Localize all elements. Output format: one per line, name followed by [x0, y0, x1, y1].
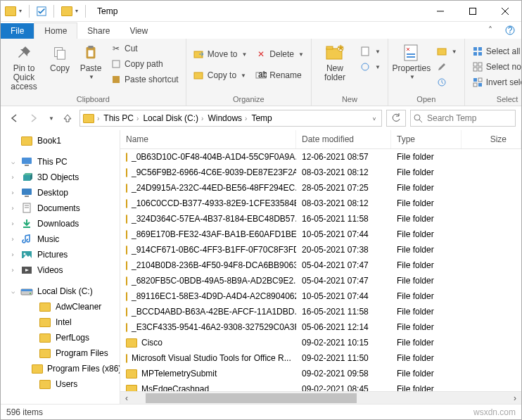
copy-to-button[interactable]: Copy to▼: [191, 68, 250, 82]
new-item-button[interactable]: ▼: [357, 44, 383, 58]
tree-caret-icon[interactable]: ›: [9, 189, 16, 196]
select-none-button[interactable]: Select none: [469, 60, 522, 74]
recent-locations-button[interactable]: ▼: [46, 110, 56, 126]
tree-item[interactable]: ›Videos: [1, 262, 120, 278]
table-row[interactable]: _869E170B-FE32-43AF-BA1B-E60AFD1BE3...10…: [120, 227, 521, 242]
search-box[interactable]: Search Temp: [410, 110, 516, 127]
open-button[interactable]: ▼: [433, 44, 460, 58]
move-to-button[interactable]: Move to▼: [191, 47, 250, 61]
new-folder-button[interactable]: ★ New folder: [316, 40, 354, 82]
svg-rect-47: [25, 196, 29, 197]
horizontal-scrollbar[interactable]: ‹ ›: [120, 391, 521, 404]
tree-caret-icon[interactable]: ›: [9, 205, 16, 212]
edit-button[interactable]: [433, 60, 460, 74]
column-header-type[interactable]: Type: [391, 130, 461, 148]
table-row[interactable]: _0B63D10C-0F48-404B-A1D4-55C9F0A9A...12-…: [120, 149, 521, 165]
tree-item[interactable]: ›Pictures: [1, 247, 120, 262]
qat-dropdown-icon[interactable]: ▾: [75, 8, 78, 14]
table-row[interactable]: Cisco09-02-2021 10:15File folder: [120, 335, 521, 350]
tree-item[interactable]: ›Downloads: [1, 216, 120, 231]
easy-access-button[interactable]: ▼: [357, 60, 383, 74]
ribbon-collapse-button[interactable]: ˄: [482, 22, 499, 39]
table-row[interactable]: _9C56F9B2-6966-4C6E-9039-DE87E23F2A...08…: [120, 165, 521, 180]
tree-item[interactable]: ⌵Local Disk (C:): [1, 284, 120, 299]
tree-item[interactable]: Program Files (x86): [1, 361, 120, 376]
copy-button[interactable]: Copy: [46, 40, 74, 73]
tree-item[interactable]: PerfLogs: [1, 330, 120, 345]
breadcrumb-segment[interactable]: Local Disk (C:)›: [141, 113, 205, 123]
scroll-thumb[interactable]: [146, 393, 357, 403]
file-rows[interactable]: _0B63D10C-0F48-404B-A1D4-55C9F0A9A...12-…: [120, 149, 521, 391]
navigation-tree[interactable]: Book1⌵This PC›3D Objects›Desktop›Documen…: [1, 130, 120, 404]
help-button[interactable]: ?: [502, 22, 518, 39]
file-type: File folder: [391, 229, 461, 239]
close-button[interactable]: [489, 1, 521, 22]
tree-item[interactable]: Program Files: [1, 345, 120, 361]
scroll-right-icon[interactable]: ›: [509, 393, 521, 403]
tree-caret-icon[interactable]: ›: [9, 220, 16, 227]
tree-caret-icon[interactable]: ⌵: [9, 288, 16, 295]
breadcrumb-segment[interactable]: Temp: [250, 113, 273, 123]
column-header-date[interactable]: Date modified: [296, 130, 391, 148]
column-header-size[interactable]: Size: [461, 130, 521, 148]
tree-item[interactable]: Book1: [1, 133, 120, 148]
table-row[interactable]: _BCCD4ABD-B63A-42BE-AFCF-11A1DBD...16-05…: [120, 304, 521, 319]
table-row[interactable]: _106C0CCD-B377-4933-82E9-1CFE33584E...08…: [120, 196, 521, 211]
maximize-button[interactable]: [457, 1, 489, 22]
tree-item[interactable]: ›Desktop: [1, 185, 120, 201]
copy-path-button[interactable]: Copy path: [108, 57, 182, 71]
forward-button[interactable]: [26, 110, 42, 126]
minimize-button[interactable]: [424, 1, 457, 22]
pin-to-quick-access-button[interactable]: Pin to Quick access: [5, 40, 43, 92]
table-row[interactable]: Microsoft Visual Studio Tools for Office…: [120, 350, 521, 366]
tree-item[interactable]: Intel: [1, 314, 120, 330]
breadcrumb-segment[interactable]: This PC›: [102, 113, 140, 123]
scroll-left-icon[interactable]: ‹: [120, 393, 133, 403]
checkbox-icon[interactable]: [37, 6, 46, 16]
table-row[interactable]: _24D9915A-232C-44ED-BE56-48FF294EC...28-…: [120, 180, 521, 196]
table-row[interactable]: MsEdgeCrashpad09-02-2021 08:45File folde…: [120, 381, 521, 391]
tree-item[interactable]: AdwCleaner: [1, 299, 120, 314]
breadcrumb-segment[interactable]: Windows›: [206, 113, 248, 123]
tab-home[interactable]: Home: [34, 23, 77, 39]
table-row[interactable]: _324D364C-57EA-4B37-8184-EBC48DB57...16-…: [120, 211, 521, 227]
tree-item[interactable]: Users: [1, 376, 120, 392]
up-button[interactable]: [60, 110, 75, 126]
address-dropdown-icon[interactable]: v: [373, 115, 376, 122]
rename-button[interactable]: abRename: [253, 68, 307, 82]
chevron-right-icon[interactable]: ›: [97, 115, 99, 122]
tree-item[interactable]: ›Documents: [1, 201, 120, 216]
invert-selection-button[interactable]: Invert selection: [469, 75, 522, 89]
tree-caret-icon[interactable]: ⌵: [9, 158, 16, 165]
tree-item[interactable]: ›3D Objects: [1, 170, 120, 185]
quick-access-toolbar: ▾ ▾: [1, 5, 94, 18]
address-bar[interactable]: › This PC› Local Disk (C:)› Windows› Tem…: [79, 110, 382, 127]
table-row[interactable]: _6820FB5C-0BDB-49A5-8B9A-AD2BC9E2...05-0…: [120, 273, 521, 288]
table-row[interactable]: _E3CF4335-9541-46A2-9308-327529C0A3F205-…: [120, 319, 521, 335]
cut-button[interactable]: ✂Cut: [108, 42, 182, 56]
properties-button[interactable]: Properties ▼: [393, 40, 431, 81]
paste-button[interactable]: Paste ▼: [77, 40, 105, 81]
tree-caret-icon[interactable]: ›: [9, 174, 16, 181]
delete-button[interactable]: ✕Delete▼: [253, 47, 307, 61]
tree-caret-icon[interactable]: ›: [9, 251, 16, 258]
table-row[interactable]: MPTelemetrySubmit09-02-2021 09:58File fo…: [120, 366, 521, 381]
tree-item[interactable]: ⌵This PC: [1, 154, 120, 170]
tab-share[interactable]: Share: [77, 23, 120, 39]
refresh-button[interactable]: [386, 110, 406, 127]
table-row[interactable]: _914CF671-0B6C-4FF3-B1FF-0F70C8F3FD...20…: [120, 242, 521, 257]
history-button[interactable]: [433, 75, 460, 89]
tree-caret-icon[interactable]: ›: [9, 267, 16, 274]
table-row[interactable]: _89116EC1-58E3-4D9D-A4D4-A2C8904062...10…: [120, 288, 521, 304]
column-header-name[interactable]: Name: [120, 130, 296, 148]
tab-file[interactable]: File: [1, 23, 34, 39]
tree-item[interactable]: ›Music: [1, 231, 120, 247]
tab-view[interactable]: View: [120, 23, 158, 39]
tree-caret-icon[interactable]: ›: [9, 236, 16, 243]
table-row[interactable]: _2104B0D8-236B-4F50-94F8-DCA6BB9063...05…: [120, 257, 521, 273]
select-all-button[interactable]: Select all: [469, 44, 522, 58]
qat-dropdown-icon[interactable]: ▾: [19, 8, 22, 14]
back-button[interactable]: [6, 110, 22, 126]
svg-rect-34: [478, 63, 482, 66]
paste-shortcut-button[interactable]: Paste shortcut: [108, 72, 182, 87]
